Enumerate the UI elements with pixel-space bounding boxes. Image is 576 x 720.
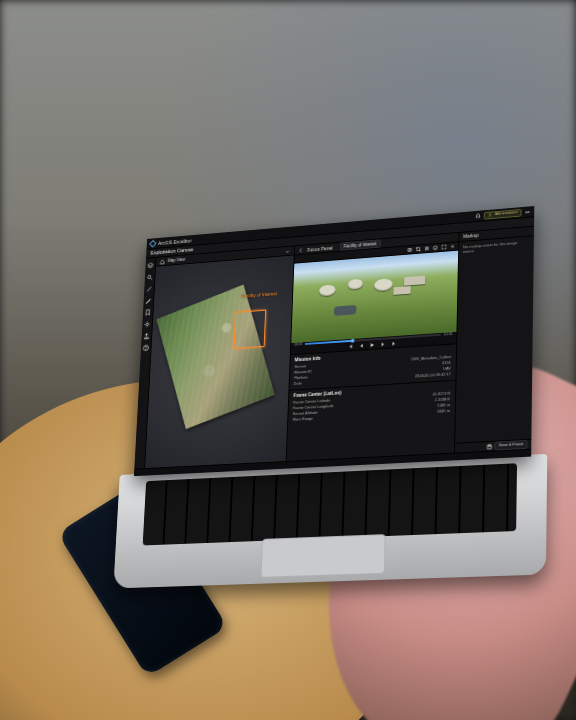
svg-point-3 — [528, 211, 529, 212]
map-panel: Map View Facility of Interest — [145, 246, 294, 468]
measure-tool-icon[interactable] — [145, 285, 152, 293]
close-icon[interactable] — [450, 243, 456, 249]
svg-rect-8 — [408, 248, 412, 251]
focus-panel: Focus Panel Facility of Interest — [285, 233, 458, 461]
svg-point-10 — [433, 246, 437, 250]
export-tool-icon[interactable] — [143, 332, 150, 340]
workspace: Map View Facility of Interest Focus Pan — [134, 227, 534, 469]
map-panel-title: Map View — [168, 257, 186, 263]
crop-icon[interactable] — [415, 246, 421, 252]
laptop: ArcGIS Excalibur Administrator Exploitat… — [128, 205, 544, 590]
back-icon[interactable] — [298, 247, 304, 253]
video-section: 00:32 01:35 — [290, 242, 458, 354]
home-icon[interactable] — [160, 258, 166, 264]
info-icon[interactable] — [432, 245, 438, 251]
svg-point-7 — [146, 349, 147, 350]
user-name: Administrator — [495, 210, 518, 216]
facility-pond — [334, 305, 357, 316]
laptop-keys — [143, 463, 517, 545]
markup-panel: Markup No markup exists for this image e… — [454, 227, 534, 453]
svg-point-9 — [409, 249, 410, 251]
laptop-keyboard-deck — [113, 454, 547, 589]
map-canvas[interactable]: Facility of Interest — [145, 256, 293, 469]
facility-tank — [348, 279, 363, 290]
skip-fwd-icon[interactable] — [390, 341, 396, 347]
play-icon[interactable] — [369, 342, 375, 348]
focus-panel-title: Focus Panel — [307, 245, 333, 253]
grid-icon[interactable] — [424, 245, 430, 251]
facility-building — [404, 276, 425, 286]
metadata-panel: Mission Info SensorCBS_Metadata_Collect … — [286, 343, 456, 461]
svg-point-5 — [146, 323, 148, 325]
svg-point-0 — [490, 213, 492, 215]
svg-point-4 — [148, 275, 151, 278]
facility-label: Facility of Interest — [241, 291, 277, 299]
markup-title: Markup — [463, 233, 478, 240]
app-root: ArcGIS Excalibur Administrator Exploitat… — [134, 206, 534, 476]
facility-highlight-box[interactable] — [234, 310, 266, 349]
svg-point-1 — [526, 211, 527, 212]
more-menu-icon[interactable] — [524, 209, 530, 215]
aerial-imagery — [157, 284, 276, 428]
video-frame[interactable] — [291, 251, 458, 343]
laptop-screen: ArcGIS Excalibur Administrator Exploitat… — [134, 206, 534, 476]
facility-building — [394, 286, 411, 295]
bookmark-tool-icon[interactable] — [144, 308, 151, 316]
facility-tank — [318, 284, 335, 296]
svg-point-2 — [527, 211, 528, 212]
snapshot-icon[interactable] — [407, 247, 413, 253]
notifications-icon[interactable] — [476, 213, 482, 219]
expand-icon[interactable] — [441, 244, 447, 250]
layers-tool-icon[interactable] — [147, 261, 154, 269]
app-title: ArcGIS Excalibur — [158, 237, 192, 245]
step-back-icon[interactable] — [359, 343, 365, 349]
app-logo-icon — [149, 240, 156, 248]
step-fwd-icon[interactable] — [380, 341, 386, 347]
search-tool-icon[interactable] — [146, 273, 153, 281]
save-icon — [487, 443, 493, 449]
collapse-icon[interactable] — [284, 248, 290, 254]
laptop-trackpad — [260, 534, 385, 578]
settings-tool-icon[interactable] — [143, 320, 150, 328]
facility-tank — [374, 278, 393, 292]
draw-tool-icon[interactable] — [145, 296, 152, 304]
skip-back-icon[interactable] — [349, 343, 355, 349]
help-tool-icon[interactable] — [142, 344, 149, 352]
user-chip[interactable]: Administrator — [484, 209, 521, 220]
svg-rect-11 — [489, 444, 491, 446]
